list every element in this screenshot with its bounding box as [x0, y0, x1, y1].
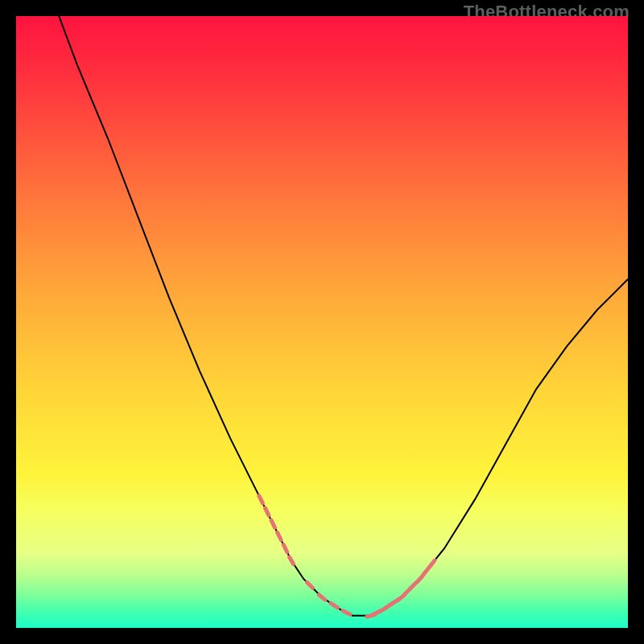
bg-gradient-bottom	[16, 554, 628, 628]
bg-gradient-top	[16, 16, 628, 554]
chart-container: TheBottleneck.com	[0, 0, 644, 644]
chart-svg	[16, 16, 628, 628]
plot-area	[16, 16, 628, 628]
